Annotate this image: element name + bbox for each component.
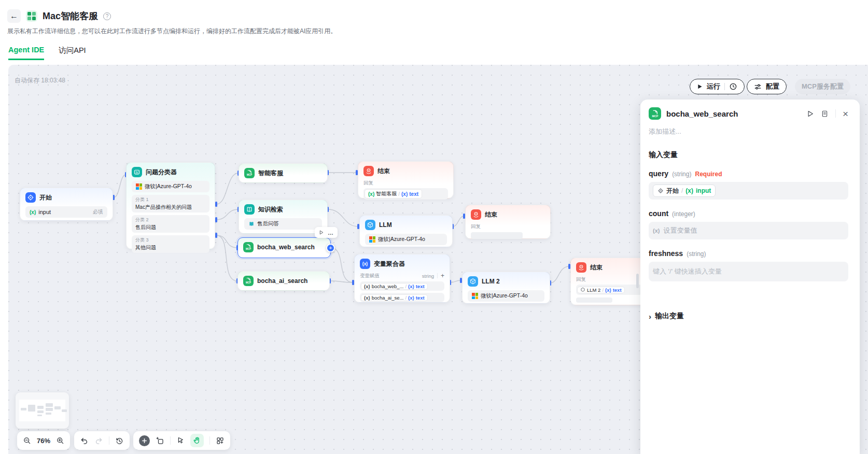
cube-icon: [580, 287, 585, 292]
node-knowledge-retrieval[interactable]: 知识检索 售后问答: [239, 200, 328, 234]
node-title: 结束: [485, 210, 497, 219]
mcp-icon: MCP: [244, 168, 255, 178]
end-icon: [576, 262, 586, 273]
reply-label: 回复: [471, 223, 545, 230]
input-variables-section: 输入变量: [649, 150, 848, 160]
add-node-button[interactable]: [139, 435, 150, 446]
query-input[interactable]: 开始 / (x) input: [649, 182, 848, 200]
llm-cube-icon: [468, 276, 478, 287]
required-label: 必填: [93, 208, 103, 216]
query-field-label: query (string) Required: [649, 169, 848, 178]
reply-label: 回复: [576, 276, 642, 283]
cursor-icon[interactable]: [176, 436, 185, 445]
play-icon: [697, 83, 703, 90]
empty-value-bar: [576, 297, 612, 303]
node-llm-2[interactable]: LLM 2 微软|Azure-GPT-4o: [462, 272, 550, 304]
required-badge: Required: [695, 171, 722, 178]
redo-icon[interactable]: [94, 436, 103, 445]
llm-cube-icon: [365, 220, 375, 230]
node-end-2[interactable]: 结束 回复: [465, 205, 551, 239]
back-button[interactable]: ←: [7, 9, 21, 23]
variable-ref-chip: LLM 2 / (x)text: [578, 287, 624, 293]
query-variable-tag[interactable]: 开始 / (x) input: [653, 185, 716, 197]
node-bocha-web-search[interactable]: MCP bocha_web_search +: [237, 237, 331, 258]
auto-layout-icon[interactable]: [216, 436, 225, 445]
count-field-label: count (integer): [649, 209, 848, 218]
node-title: 结束: [590, 263, 603, 272]
start-icon: [25, 192, 36, 203]
zoom-in-icon[interactable]: [56, 436, 64, 445]
play-icon[interactable]: [318, 230, 324, 235]
add-next-node-button[interactable]: +: [326, 244, 335, 252]
zoom-level[interactable]: 76%: [37, 437, 50, 445]
knowledge-icon: [244, 204, 255, 215]
autosave-status: 自动保存 18:03:48 ·: [15, 76, 69, 85]
workflow-page: ← Mac智能客服 ? 展示私有工作流详细信息，您可以在此对工作流进行多节点编排…: [0, 0, 868, 454]
node-question-classifier[interactable]: 问题分类器 微软|Azure-GPT-4o 分类 1 Mac产品操作相关的问题 …: [126, 162, 215, 249]
tab-bar: Agent IDE 访问API: [8, 46, 86, 60]
variable-icon: (x): [653, 228, 660, 234]
microsoft-logo-icon: [472, 293, 478, 299]
empty-value-bar: [471, 232, 523, 239]
node-properties-panel: MCP bocha_web_search × 添加描述... 输入变量 quer…: [640, 100, 860, 454]
close-icon[interactable]: ×: [843, 109, 848, 119]
microsoft-logo-icon: [136, 183, 142, 190]
hand-icon: [193, 436, 201, 445]
run-button[interactable]: 运行: [690, 79, 745, 94]
history-icon[interactable]: [115, 436, 124, 445]
node-start[interactable]: 开始 (x) input 必填: [20, 188, 113, 221]
panel-resize-handle[interactable]: [636, 274, 639, 288]
hand-tool-button[interactable]: [190, 434, 204, 447]
output-variables-toggle[interactable]: › 输出变量: [649, 311, 848, 321]
type-label: string: [422, 273, 434, 279]
node-bocha-ai-search[interactable]: MCP bocha_ai_search: [237, 271, 330, 291]
node-title: 知识检索: [258, 205, 283, 214]
description-placeholder[interactable]: 添加描述...: [649, 127, 848, 136]
zoom-out-icon[interactable]: [23, 436, 31, 445]
node-agent-service[interactable]: MCP 智能客服: [239, 163, 328, 183]
category-3: 分类 3 其他问题: [132, 235, 209, 253]
freshness-input[interactable]: 键入 '/' 键快速插入变量: [649, 262, 848, 281]
page-subtitle: 展示私有工作流详细信息，您可以在此对工作流进行多节点编排和运行，编排好的工作流配…: [7, 27, 337, 36]
node-title: bocha_ai_search: [257, 277, 307, 285]
mcp-config-button[interactable]: MCP服务配置: [795, 79, 850, 94]
node-title: 问题分类器: [146, 168, 177, 177]
model-chip: 微软|Azure-GPT-4o: [365, 234, 447, 245]
minimap-viewport: [19, 400, 65, 421]
end-icon: [363, 166, 374, 176]
undo-icon[interactable]: [80, 436, 89, 445]
node-llm[interactable]: LLM 微软|Azure-GPT-4o: [359, 215, 453, 247]
node-end-1[interactable]: 结束 回复 (x)智能客服 / (x)text: [358, 161, 454, 198]
tab-agent-ide[interactable]: Agent IDE: [8, 46, 44, 60]
help-icon[interactable]: ?: [103, 12, 111, 20]
schedule-icon[interactable]: [729, 82, 737, 91]
svg-text:MCP: MCP: [246, 281, 251, 284]
model-chip: 微软|Azure-GPT-4o: [132, 181, 209, 192]
add-variable-button[interactable]: +: [441, 272, 444, 279]
start-node-icon: [657, 188, 664, 194]
end-icon: [471, 209, 481, 220]
freshness-field-label: freshness (string): [649, 249, 848, 258]
mcp-icon: MCP: [243, 276, 254, 286]
node-title: 智能客服: [258, 169, 283, 178]
svg-text:MCP: MCP: [247, 174, 252, 176]
aggregator-icon: (x): [360, 259, 370, 269]
dataset-row: 售后问答: [244, 218, 322, 230]
tab-api[interactable]: 访问API: [59, 46, 86, 60]
microsoft-logo-icon: [369, 236, 375, 243]
add-note-icon[interactable]: [156, 436, 164, 445]
doc-icon[interactable]: [821, 110, 829, 118]
start-variable-row: (x) input 必填: [25, 206, 107, 218]
node-variable-aggregator[interactable]: (x) 变量聚合器 变量赋值 string + (x)bocha_web_...…: [354, 254, 450, 303]
book-icon: [248, 221, 255, 227]
variable-ref-chip: (x)bocha_ai_se... / (x)text: [361, 295, 427, 301]
minimap[interactable]: [16, 392, 69, 429]
more-icon[interactable]: …: [328, 230, 334, 236]
chevron-right-icon: ›: [649, 312, 651, 321]
run-node-icon[interactable]: [806, 110, 814, 118]
count-input[interactable]: (x) 设置变量值: [649, 222, 848, 239]
category-2: 分类 2 售后问题: [132, 215, 209, 233]
node-title: LLM: [379, 221, 392, 229]
classifier-icon: [132, 167, 142, 177]
config-button[interactable]: 配置: [747, 79, 787, 94]
